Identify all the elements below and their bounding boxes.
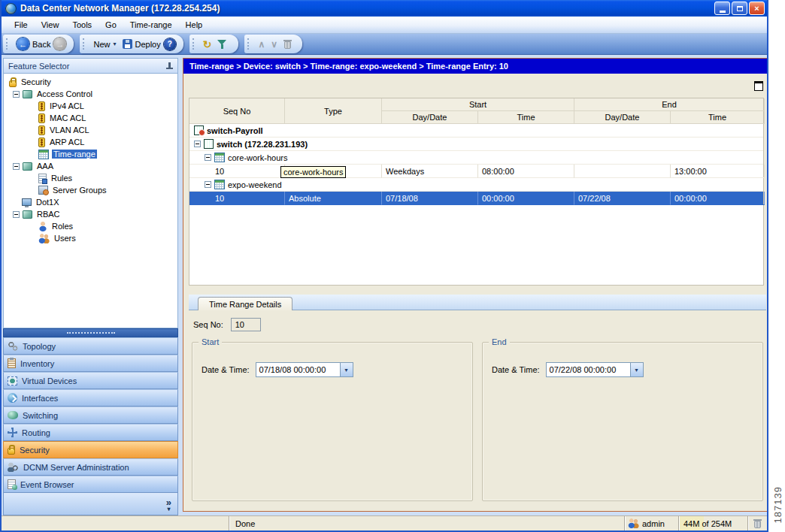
tree-item-ipv4-acl[interactable]: IPv4 ACL (4, 100, 177, 112)
nav-panel-label: Topology (23, 342, 56, 351)
restore-icon (737, 6, 743, 11)
toolbar-grip[interactable] (192, 38, 195, 50)
table-row-entry-expo-weekend-10-selected[interactable]: 10 Absolute 07/18/08 00:00:00 07/22/08 0… (189, 192, 763, 205)
folder-cube-icon (23, 162, 32, 171)
deploy-button[interactable]: Deploy (120, 38, 164, 50)
cell-end-day-date[interactable]: 07/22/08 (574, 192, 671, 205)
cell-end-day-date[interactable] (574, 165, 671, 178)
nav-panel-virtual-devices[interactable]: Virtual Devices (3, 372, 178, 389)
table-row-device-switch[interactable]: switch (172.28.231.193) (189, 138, 763, 151)
collapse-icon[interactable] (13, 91, 20, 98)
tree-item-arp-acl[interactable]: ARP ACL (4, 136, 177, 148)
tree-item-vlan-acl[interactable]: VLAN ACL (4, 124, 177, 136)
tree-item-aaa[interactable]: AAA (4, 160, 177, 172)
nav-panel-inventory[interactable]: Inventory (3, 355, 178, 372)
column-header-seq-no[interactable]: Seq No (189, 98, 285, 124)
tree-item-access-control[interactable]: Access Control (4, 88, 177, 100)
menu-view[interactable]: View (35, 18, 66, 32)
switching-icon (8, 411, 18, 419)
menu-file[interactable]: File (8, 18, 35, 32)
more-panels-button[interactable]: » ▾ (166, 499, 171, 512)
column-header-type[interactable]: Type (285, 98, 382, 124)
collapse-icon[interactable] (13, 211, 20, 218)
toolbar-grip[interactable] (6, 38, 9, 50)
tree-item-rbac[interactable]: RBAC (4, 208, 177, 220)
nav-panel-label: Switching (23, 411, 58, 420)
menu-time-range[interactable]: Time-range (123, 18, 179, 32)
combo-arrow-icon[interactable]: ▼ (630, 363, 643, 376)
nav-panel-switching[interactable]: Switching (3, 407, 178, 424)
table-row-range-expo-weekend[interactable]: expo-weekend (189, 178, 763, 192)
cell-seq-no[interactable]: 10 (189, 165, 285, 178)
collapse-icon[interactable] (13, 163, 20, 170)
column-header-end-day-date[interactable]: Day/Date (574, 111, 671, 124)
cell-seq-no[interactable]: 10 (189, 192, 285, 205)
minimize-button[interactable] (714, 2, 730, 15)
cell-start-time[interactable]: 00:00:00 (478, 192, 574, 205)
close-button[interactable]: × (749, 2, 765, 15)
new-button[interactable]: New ▾ (90, 38, 119, 50)
nav-panel-routing[interactable]: Routing (3, 424, 178, 441)
restore-button[interactable] (732, 2, 747, 15)
tree-item-security[interactable]: Security (4, 76, 177, 88)
collapse-icon[interactable] (205, 154, 211, 161)
nav-panel-security[interactable]: Security (3, 441, 178, 458)
menu-help[interactable]: Help (179, 18, 210, 32)
tab-time-range-details[interactable]: Time Range Details (198, 297, 292, 310)
pin-icon[interactable] (166, 62, 173, 70)
menu-bar: File View Tools Go Time-range Help (2, 17, 767, 34)
tree-item-mac-acl[interactable]: MAC ACL (4, 112, 177, 124)
toolbar-grip[interactable] (247, 38, 250, 50)
menu-go[interactable]: Go (99, 18, 123, 32)
server-groups-icon (38, 186, 48, 195)
tree-item-roles[interactable]: Roles (4, 220, 177, 232)
table-row-entry-core-work-hours-10[interactable]: 10 Weekdays 08:00:00 13:00:00 (189, 165, 763, 178)
table-body: switch-Payroll switch (172.28.231.193) c (189, 124, 763, 285)
column-header-start-time[interactable]: Time (478, 111, 574, 124)
nav-panel-dcnm-server-administration[interactable]: DCNM Server Administration (3, 458, 178, 476)
nav-panel-interfaces[interactable]: Interfaces (3, 389, 178, 407)
tree-item-rules[interactable]: Rules (4, 172, 177, 184)
delete-button[interactable] (280, 38, 295, 51)
nav-panel-topology[interactable]: Topology (3, 337, 178, 355)
refresh-button[interactable]: ↻ (200, 38, 215, 51)
cell-type[interactable]: Absolute (285, 192, 382, 205)
back-button[interactable]: ← Back (14, 36, 53, 52)
cell-end-time[interactable]: 00:00:00 (671, 192, 765, 205)
sidebar-splitter[interactable] (3, 328, 178, 337)
seq-no-label: Seq No: (193, 320, 223, 329)
move-down-button[interactable]: ∨ (268, 38, 280, 50)
filter-button[interactable] (214, 38, 231, 51)
cell-start-day-date[interactable]: Weekdays (382, 165, 478, 178)
help-button[interactable]: ? (164, 38, 176, 50)
nav-panel-event-browser[interactable]: Event Browser (3, 476, 178, 493)
tree-item-server-groups[interactable]: Server Groups (4, 184, 177, 196)
trash-icon (753, 518, 762, 529)
table-row-device-switch-payroll[interactable]: switch-Payroll (189, 124, 763, 138)
details-section: Time Range Details Seq No: 10 Start (189, 295, 766, 501)
cell-start-time[interactable]: 08:00:00 (478, 165, 574, 178)
column-header-end-time[interactable]: Time (671, 111, 765, 124)
move-up-button[interactable]: ∧ (255, 38, 268, 50)
start-date-time-combobox[interactable]: 07/18/08 00:00:00 ▼ (256, 362, 353, 377)
status-gc-button[interactable] (747, 516, 767, 530)
tree-item-dot1x[interactable]: Dot1X (4, 196, 177, 208)
forward-button[interactable]: → (53, 38, 66, 50)
acl-icon (38, 138, 45, 147)
cell-start-day-date[interactable]: 07/18/08 (382, 192, 478, 205)
seq-no-field[interactable]: 10 (231, 318, 261, 331)
collapse-icon[interactable] (205, 181, 211, 188)
column-header-start[interactable]: Start (382, 98, 574, 111)
column-header-end[interactable]: End (574, 98, 765, 111)
maximize-table-icon[interactable] (754, 81, 763, 91)
collapse-icon[interactable] (194, 141, 201, 147)
toolbar-grip[interactable] (83, 38, 86, 50)
menu-tools[interactable]: Tools (65, 18, 99, 32)
combo-arrow-icon[interactable]: ▼ (340, 363, 353, 376)
tree-item-users[interactable]: Users (4, 232, 177, 244)
end-date-time-combobox[interactable]: 07/22/08 00:00:00 ▼ (546, 362, 644, 377)
column-header-start-day-date[interactable]: Day/Date (382, 111, 478, 124)
table-row-range-core-work-hours[interactable]: core-work-hours (189, 151, 763, 165)
tree-item-time-range[interactable]: Time-range (4, 148, 177, 160)
cell-end-time[interactable]: 13:00:00 (671, 165, 765, 178)
